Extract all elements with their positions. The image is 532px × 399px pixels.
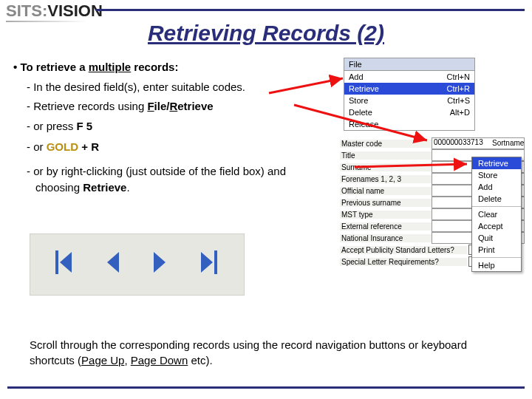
logo-sits: SITS:: [6, 1, 47, 20]
menu-item-retrieve[interactable]: RetrieveCtrl+R: [344, 83, 474, 95]
nav-first-icon[interactable]: [48, 242, 83, 284]
context-menu: Retrieve Store Add Delete Clear Accept Q…: [471, 157, 522, 272]
ctx-accept[interactable]: Accept: [472, 220, 521, 232]
ctx-help[interactable]: Help: [472, 259, 521, 271]
bullet-3: or press F 5: [27, 118, 324, 135]
nav-prev-icon[interactable]: [95, 242, 131, 284]
bullet-5: or by right-clicking (just outside of th…: [27, 163, 324, 197]
svg-line-0: [269, 78, 343, 93]
footer-divider: [7, 386, 525, 389]
ctx-store[interactable]: Store: [472, 169, 521, 181]
ctx-print[interactable]: Print: [472, 244, 521, 256]
ctx-quit[interactable]: Quit: [472, 232, 521, 244]
arrow-to-input: [294, 102, 434, 149]
logo-vision: VISION: [47, 1, 103, 20]
menu-item-add[interactable]: AddCtrl+N: [344, 71, 474, 83]
brand-logo: SITS:VISION: [6, 3, 103, 19]
ctx-add[interactable]: Add: [472, 181, 521, 193]
svg-line-2: [355, 164, 467, 167]
svg-line-1: [294, 105, 427, 140]
lead-bullet: • To retrieve a multiple records:: [13, 59, 324, 76]
slide-title: Retrieving Records (2): [0, 21, 532, 45]
sortname-label: Sortname: [492, 139, 524, 147]
arrow-to-menu: [269, 75, 350, 100]
arrow-to-context: [355, 160, 474, 177]
nav-next-icon[interactable]: [143, 242, 179, 284]
ctx-clear[interactable]: Clear: [472, 208, 521, 220]
ctx-delete[interactable]: Delete: [472, 193, 521, 205]
ctx-retrieve[interactable]: Retrieve: [472, 157, 521, 169]
top-divider: [96, 9, 525, 11]
file-menu-header[interactable]: File: [344, 58, 474, 71]
bullet-4: or GOLD + R: [27, 139, 324, 156]
record-nav-buttons: [30, 233, 245, 296]
nav-last-icon[interactable]: [191, 242, 226, 284]
bullet-2: Retrieve records using File/Retrieve: [27, 98, 324, 115]
scroll-note: Scroll through the corresponding records…: [30, 337, 502, 368]
